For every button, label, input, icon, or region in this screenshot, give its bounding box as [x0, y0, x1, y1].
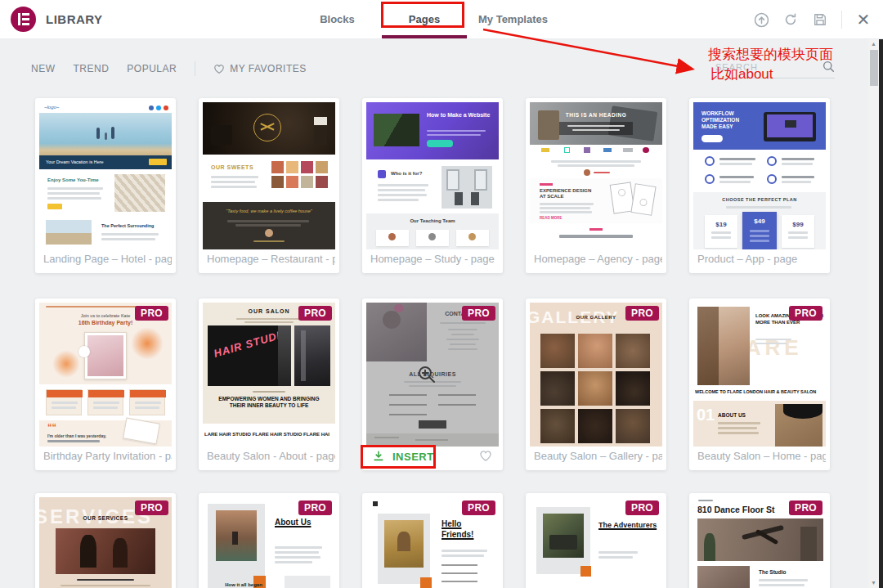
template-title: Homepage – Study - page — [366, 249, 499, 269]
template-card-salon-gallery[interactable]: GALLERY OUR GALLERY PRO Beauty Salon – G… — [526, 298, 666, 470]
cta-button — [701, 135, 723, 142]
template-card-about-us[interactable]: About Us How it all began PRO — [199, 493, 339, 588]
template-thumbnail[interactable]: Join us to celebrate Kate 16th Birthday … — [39, 303, 172, 447]
template-thumbnail[interactable]: WORKFLOW OPTIMIZATION MADE EASY — [693, 102, 826, 249]
template-thumbnail[interactable]: CONTACT US ALL INQUIRIES — [366, 303, 499, 447]
favorite-heart-icon[interactable] — [479, 450, 492, 465]
filter-trend[interactable]: TREND — [74, 63, 110, 74]
insert-button[interactable]: INSERT — [392, 451, 434, 463]
beach-photo — [39, 113, 172, 155]
restaurant-photo — [203, 102, 335, 155]
facebook-dot-icon — [149, 105, 154, 110]
filter-my-favorites[interactable]: MY FAVORITES — [213, 63, 307, 74]
template-card-services[interactable]: SERVICES OUR SERVICES PRO — [35, 493, 176, 588]
scrollbar-thumb[interactable] — [870, 50, 878, 86]
pro-badge: PRO — [298, 500, 332, 515]
elementor-logo-icon — [11, 7, 36, 32]
tab-my-templates[interactable]: My Templates — [474, 0, 552, 38]
price-card: $99 — [782, 215, 814, 248]
template-card-adventurers[interactable]: The Adventurers PRO — [526, 493, 666, 588]
tab-pages[interactable]: Pages — [382, 0, 467, 38]
pro-badge: PRO — [462, 500, 495, 515]
close-icon[interactable]: ✕ — [855, 11, 872, 28]
pro-badge: PRO — [135, 500, 168, 515]
hero-photo — [374, 114, 419, 146]
zoom-in-icon[interactable] — [417, 365, 437, 388]
pro-badge: PRO — [625, 500, 659, 515]
envelope-graphic — [123, 418, 160, 445]
template-card-contact-hovered[interactable]: CONTACT US ALL INQUIRIES — [362, 298, 503, 470]
mountain-photo — [216, 510, 257, 561]
template-card-app[interactable]: WORKFLOW OPTIMIZATION MADE EASY — [689, 98, 830, 273]
studio-photo — [697, 566, 750, 588]
toolbar-divider — [841, 11, 842, 29]
avatar — [584, 169, 590, 176]
template-card-study[interactable]: How to Make a Website Who is it for? — [362, 98, 503, 273]
filter-popular[interactable]: POPULAR — [127, 63, 177, 74]
template-card-hotel[interactable]: ~logo~ Your Dream Vacation is Here Enjoy… — [35, 98, 176, 273]
cta-button — [427, 140, 453, 147]
scroll-down-icon[interactable]: ▼ — [868, 578, 879, 588]
template-thumbnail[interactable]: The Adventurers PRO — [530, 497, 662, 588]
scroll-up-icon[interactable]: ▲ — [868, 39, 879, 49]
hero-banner: Your Dream Vacation is Here — [39, 155, 172, 169]
filter-new[interactable]: NEW — [31, 63, 56, 74]
template-title: Beauty Salon – Gallery - page — [530, 447, 662, 466]
template-thumbnail[interactable]: THIS IS AN HEADING — [530, 102, 662, 249]
elementor-library-modal: LIBRARY Blocks Pages My Templates — [0, 0, 883, 588]
twitter-dot-icon — [156, 105, 161, 110]
template-card-hello-friends[interactable]: Hello Friends! PRO — [362, 493, 503, 588]
dancer-photo — [697, 518, 823, 561]
template-thumbnail[interactable]: OUR SALON HAIR STUDIO EMPOWERING WOMEN A… — [203, 303, 335, 447]
price-card-featured: $49 — [742, 212, 777, 249]
template-thumbnail[interactable]: FLARE LOOK AMAZING & FEEL FAB MORE THAN … — [693, 303, 826, 447]
card-action-bar: INSERT — [366, 447, 499, 466]
template-thumbnail[interactable]: Hello Friends! PRO — [366, 497, 499, 588]
neon-sign-photo: HAIR STUDIO — [208, 325, 291, 386]
template-card-restaurant[interactable]: OUR SWEETS "Tasty food, we make a lively… — [199, 98, 339, 273]
template-thumbnail[interactable]: SERVICES OUR SERVICES PRO — [39, 497, 172, 588]
template-title: Birthday Party Invitation - page — [39, 447, 172, 466]
template-thumbnail[interactable]: About Us How it all began PRO — [203, 497, 335, 588]
template-thumbnail[interactable]: GALLERY OUR GALLERY PRO — [530, 303, 662, 447]
template-title: Homepage – Restaurant - page — [203, 249, 335, 269]
pro-badge: PRO — [462, 306, 495, 321]
jeep-photo — [543, 514, 584, 558]
annotation-text-line2: 比如about — [710, 65, 773, 83]
tab-blocks[interactable]: Blocks — [315, 0, 360, 38]
pillow-photo — [114, 174, 165, 212]
model-photo — [697, 307, 750, 385]
purple-hero: How to Make a Website — [366, 102, 499, 159]
grey-hero: THIS IS AN HEADING — [530, 102, 662, 145]
annotation-text-line1: 搜索想要的模块页面 — [708, 45, 833, 64]
template-card-salon-about[interactable]: OUR SALON HAIR STUDIO EMPOWERING WOMEN A… — [199, 298, 339, 470]
vertical-scrollbar[interactable]: ▲ ▼ — [868, 39, 879, 588]
resort-photo — [46, 220, 92, 245]
template-thumbnail[interactable]: 810 Dance Floor St The Studio PRO — [693, 497, 826, 588]
template-thumbnail[interactable]: ~logo~ Your Dream Vacation is Here Enjoy… — [39, 102, 172, 249]
template-thumbnail[interactable]: OUR SWEETS "Tasty food, we make a lively… — [203, 102, 335, 249]
building-photo — [294, 325, 330, 386]
library-title: LIBRARY — [46, 12, 103, 26]
template-title: Homepage – Agency - page — [530, 249, 662, 269]
template-title: Landing Page – Hotel - page — [39, 249, 172, 269]
window-edge — [879, 39, 883, 588]
filter-divider — [195, 61, 195, 76]
template-card-salon-home[interactable]: FLARE LOOK AMAZING & FEEL FAB MORE THAN … — [689, 298, 830, 470]
upload-icon[interactable] — [753, 11, 769, 28]
pro-badge: PRO — [789, 500, 822, 515]
template-card-agency[interactable]: THIS IS AN HEADING — [526, 98, 666, 273]
template-card-birthday[interactable]: Join us to celebrate Kate 16th Birthday … — [35, 298, 176, 470]
salon-photo — [56, 528, 155, 574]
template-card-dance-studio[interactable]: 810 Dance Floor St The Studio PRO — [689, 493, 830, 588]
sync-icon[interactable] — [782, 11, 799, 28]
wheat-field-photo — [384, 520, 424, 568]
laptop-mockup — [764, 112, 816, 141]
social-dot-icon — [164, 105, 168, 110]
blue-hero: WORKFLOW OPTIMIZATION MADE EASY — [693, 102, 826, 150]
logos-strip — [530, 145, 662, 155]
hat-model-photo — [775, 404, 822, 447]
template-thumbnail[interactable]: How to Make a Website Who is it for? — [366, 102, 499, 249]
pro-badge: PRO — [135, 306, 168, 321]
save-icon[interactable] — [812, 11, 828, 28]
